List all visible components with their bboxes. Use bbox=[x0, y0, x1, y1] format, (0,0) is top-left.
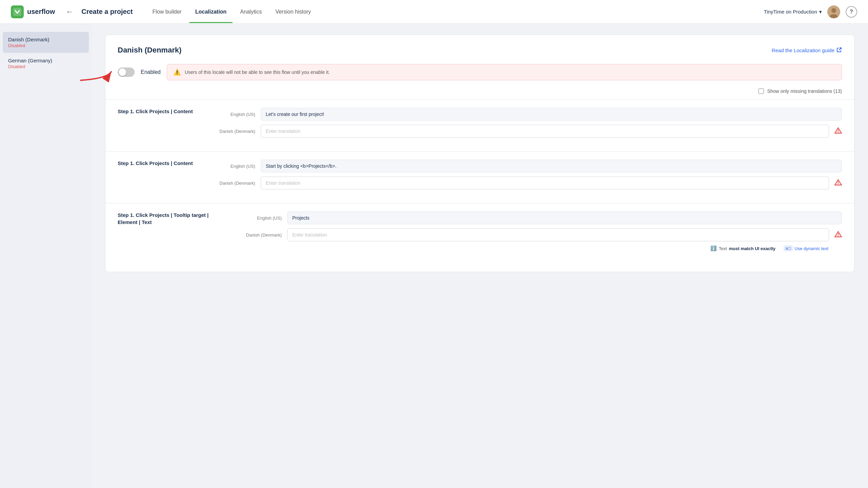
svg-text:!: ! bbox=[837, 181, 839, 185]
dynamic-text-link[interactable]: a⬡ Use dynamic text bbox=[784, 245, 828, 251]
translation-section-1: Step 1. Click Projects | Content English… bbox=[118, 108, 842, 142]
content-card: Danish (Denmark) Read the Localization g… bbox=[105, 35, 854, 272]
enable-row: Enabled ⚠️ Users of this locale will not… bbox=[118, 64, 842, 80]
sidebar-item-german[interactable]: German (Germany) Disabled bbox=[0, 53, 92, 74]
section-2-warning-icon: ! bbox=[834, 179, 842, 188]
section-2-danish-label: Danish (Denmark) bbox=[201, 181, 255, 186]
section-1-danish-row: Danish (Denmark) ! bbox=[201, 125, 842, 138]
match-ui-row: ℹ️ Text must match UI exactly a⬡ Use dyn… bbox=[228, 245, 842, 251]
header-right: TinyTime on Production ▾ ? bbox=[764, 5, 857, 18]
sidebar-item-german-name: German (Germany) bbox=[8, 58, 83, 63]
section-divider bbox=[105, 99, 854, 100]
env-label: TinyTime on Production bbox=[764, 9, 817, 15]
warning-text: Users of this locale will not be able to… bbox=[185, 69, 330, 75]
dynamic-text-label: Use dynamic text bbox=[794, 246, 828, 251]
main-layout: Danish (Denmark) Disabled German (German… bbox=[0, 24, 868, 488]
card-title: Danish (Denmark) bbox=[118, 46, 181, 55]
translation-section-2: Step 1. Click Projects | Content English… bbox=[118, 160, 842, 194]
section-2-english-value: Start by clicking <b>Projects</b>. bbox=[261, 160, 842, 172]
env-selector[interactable]: TinyTime on Production ▾ bbox=[764, 9, 822, 15]
nav-flow-builder[interactable]: Flow builder bbox=[146, 6, 188, 18]
logo-text: userflow bbox=[27, 8, 55, 16]
nav-version-history[interactable]: Version history bbox=[269, 6, 317, 18]
section-2-english-label: English (US) bbox=[201, 164, 255, 169]
section-3-english-value: Projects bbox=[287, 211, 842, 224]
app-header: userflow ← Create a project Flow builder… bbox=[0, 0, 868, 24]
section-3-danish-row: Danish (Denmark) ! bbox=[228, 228, 842, 241]
info-icon: ℹ️ bbox=[710, 245, 717, 251]
svg-text:!: ! bbox=[837, 129, 839, 133]
translation-section-3: Step 1. Click Projects | Tooltip target … bbox=[118, 211, 842, 251]
section-3-title: Step 1. Click Projects | Tooltip target … bbox=[118, 211, 219, 226]
section-2-divider bbox=[105, 151, 854, 151]
section-3-english-label: English (US) bbox=[228, 216, 282, 221]
nav-localization[interactable]: Localization bbox=[189, 6, 233, 18]
svg-point-2 bbox=[831, 8, 836, 13]
guide-link-text: Read the Localization guide bbox=[772, 47, 834, 53]
section-1-english-row: English (US) Let's create our first proj… bbox=[201, 108, 842, 121]
section-3-english-row: English (US) Projects bbox=[228, 211, 842, 224]
external-link-icon bbox=[836, 47, 842, 54]
section-2-translation-input[interactable] bbox=[261, 177, 829, 189]
svg-rect-0 bbox=[13, 8, 21, 16]
sidebar-item-danish-status: Disabled bbox=[8, 43, 83, 48]
missing-translations-checkbox[interactable] bbox=[758, 88, 764, 94]
match-ui-bold: must match UI exactly bbox=[729, 246, 775, 251]
section-1-warning-icon: ! bbox=[834, 127, 842, 136]
missing-translations-row: Show only missing translations (13) bbox=[118, 88, 842, 94]
svg-text:!: ! bbox=[837, 232, 839, 237]
userflow-logo bbox=[11, 5, 24, 18]
back-button[interactable]: ← bbox=[66, 7, 73, 16]
section-3-danish-label: Danish (Denmark) bbox=[228, 232, 282, 238]
section-1-english-label: English (US) bbox=[201, 112, 255, 117]
dynamic-text-icon: a⬡ bbox=[784, 245, 793, 251]
section-1-title: Step 1. Click Projects | Content bbox=[118, 108, 193, 115]
avatar[interactable] bbox=[827, 5, 840, 18]
section-3-divider bbox=[105, 203, 854, 203]
section-3-translation-input[interactable] bbox=[287, 228, 829, 241]
sidebar-item-danish[interactable]: Danish (Denmark) Disabled bbox=[3, 32, 89, 53]
warning-triangle-icon: ⚠️ bbox=[173, 68, 181, 76]
enable-toggle[interactable] bbox=[118, 67, 135, 77]
logo-area: userflow bbox=[11, 5, 55, 18]
main-content: Danish (Denmark) Read the Localization g… bbox=[92, 24, 868, 488]
enable-label: Enabled bbox=[141, 69, 161, 75]
sidebar-item-danish-name: Danish (Denmark) bbox=[8, 37, 83, 42]
toggle-thumb bbox=[119, 68, 126, 76]
section-1-english-value: Let's create our first project! bbox=[261, 108, 842, 121]
chevron-down-icon: ▾ bbox=[819, 9, 822, 15]
nav-analytics[interactable]: Analytics bbox=[234, 6, 268, 18]
match-ui-text: ℹ️ Text must match UI exactly bbox=[710, 245, 775, 251]
section-1-danish-label: Danish (Denmark) bbox=[201, 129, 255, 134]
localization-guide-link[interactable]: Read the Localization guide bbox=[772, 47, 842, 54]
warning-banner: ⚠️ Users of this locale will not be able… bbox=[167, 64, 842, 80]
section-2-english-row: English (US) Start by clicking <b>Projec… bbox=[201, 160, 842, 172]
project-title: Create a project bbox=[81, 8, 133, 16]
section-2-title: Step 1. Click Projects | Content bbox=[118, 160, 193, 167]
section-2-danish-row: Danish (Denmark) ! bbox=[201, 177, 842, 189]
card-header: Danish (Denmark) Read the Localization g… bbox=[118, 46, 842, 55]
sidebar-item-german-status: Disabled bbox=[8, 64, 83, 69]
help-button[interactable]: ? bbox=[846, 6, 857, 18]
missing-translations-label: Show only missing translations (13) bbox=[767, 88, 842, 94]
section-1-translation-input[interactable] bbox=[261, 125, 829, 138]
sidebar: Danish (Denmark) Disabled German (German… bbox=[0, 24, 92, 488]
main-nav: Flow builder Localization Analytics Vers… bbox=[146, 6, 755, 18]
section-3-warning-icon: ! bbox=[834, 230, 842, 240]
